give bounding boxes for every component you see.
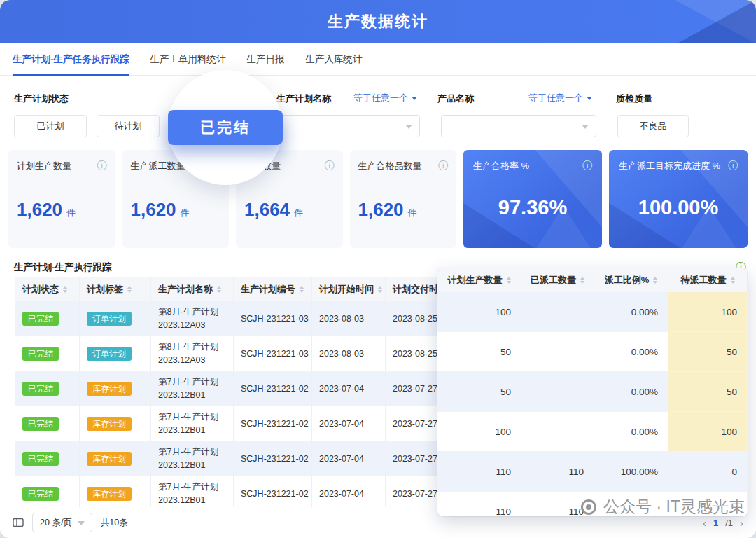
card-qualified-qty: 生产合格品数量 ⓘ 1,620件 [350,150,457,248]
pending-qty-cell: 0 [668,452,748,491]
start-date-cell: 2023-08-03 [319,349,364,359]
table-row[interactable]: 已完结 库存计划 第7月-生产计划 2023.12B01 SCJH-231221… [15,476,459,507]
watermark-text: 公众号 · IT灵感光束 [603,496,745,518]
plan-name-cell: 第8月-生产计划 2023.12A03 [158,340,233,367]
plan-name-label: 生产计划名称 [276,92,331,105]
filter-button-planned[interactable]: 已计划 [14,115,87,137]
table-row[interactable]: 110 110 100.00% 0 [438,452,748,492]
start-date-cell: 2023-07-04 [319,419,364,429]
production-plan-table: 计划状态 计划标签 生产计划名称 生产计划编号 计划开始时间 计划交付时间 已完… [15,277,459,507]
product-name-label: 产品名称 [438,92,474,105]
tab-warehouse-stats[interactable]: 生产入库统计 [306,43,363,76]
column-header-plan-tag[interactable]: 计划标签 [80,277,151,301]
dispatched-qty-cell: 110 [522,452,594,491]
sort-icon [731,277,735,284]
prev-page-icon[interactable]: ‹ [703,517,706,529]
info-icon[interactable]: ⓘ [325,160,335,172]
filter-section: 生产计划状态 生产计划名称 等于任意一个 产品名称 等于任意一个 质检质量 已计… [0,83,756,153]
filter-button-defective[interactable]: 不良品 [617,115,689,137]
table-row[interactable]: 100 0.00% 100 [438,292,748,332]
view-settings-icon[interactable] [13,517,24,528]
status-badge: 已完结 [22,417,59,431]
tab-bar: 生产计划-生产任务执行跟踪 生产工单用料统计 生产日报 生产入库统计 [0,43,756,76]
info-icon[interactable]: ⓘ [582,160,592,172]
due-date-cell: 2023-07-27 [393,384,438,394]
table-row[interactable]: 已完结 库存计划 第7月-生产计划 2023.12B01 SCJH-231221… [15,371,459,406]
column-header-plan-name[interactable]: 生产计划名称 [151,277,234,301]
product-operator-link[interactable]: 等于任意一个 [528,92,592,104]
pending-qty-cell: 50 [668,332,748,371]
plan-status-label: 生产计划状态 [14,92,69,105]
plan-name-cell: 第8月-生产计划 2023.12A03 [158,305,233,332]
table-row[interactable]: 已完结 库存计划 第7月-生产计划 2023.12B01 SCJH-231221… [15,406,459,441]
sort-icon [300,286,304,293]
card-label: 生产合格率 % [473,160,529,172]
aperture-icon [581,499,596,515]
tag-badge: 库存计划 [87,417,132,431]
tag-badge: 订单计划 [87,312,132,326]
card-unit: 件 [294,207,303,219]
page-size-select[interactable]: 20 条/页 [32,513,92,532]
card-label: 生产合格品数量 [358,160,422,172]
filter-button-finished[interactable]: 已完结 [168,110,283,145]
dispatch-ratio-cell: 0.00% [594,332,668,371]
due-date-cell: 2023-07-27 [393,419,438,429]
card-value: 1,620 [358,199,404,221]
tag-badge: 库存计划 [87,487,132,501]
table-row[interactable]: 已完结 订单计划 第8月-生产计划 2023.12A03 SCJH-231221… [15,336,459,371]
dispatch-ratio-cell: 0.00% [594,372,668,411]
dispatch-ratio-cell: 100.00% [594,452,668,491]
plan-name-cell: 第7月-生产计划 2023.12B01 [158,375,233,402]
filter-button-pending[interactable]: 待计划 [97,115,160,137]
status-badge: 已完结 [22,382,59,396]
info-icon[interactable]: ⓘ [438,160,448,172]
card-unit: 件 [66,207,76,219]
product-name-select[interactable] [441,115,596,137]
status-badge: 已完结 [22,347,59,361]
column-header-dispatch-ratio[interactable]: 派工比例% [594,268,668,292]
planned-qty-cell: 110 [438,452,522,491]
column-header-pending-qty[interactable]: 待派工数量 [668,268,748,292]
card-value: 1,664 [244,199,290,221]
plan-code-cell: SCJH-231221-02 [241,454,309,464]
status-badge: 已完结 [22,487,59,501]
info-icon[interactable]: ⓘ [97,160,107,172]
table-row[interactable]: 50 0.00% 50 [438,372,748,412]
start-date-cell: 2023-07-04 [319,384,364,394]
column-header-dispatched-qty[interactable]: 已派工数量 [522,268,594,292]
column-header-start-date[interactable]: 计划开始时间 [312,277,386,301]
next-page-icon[interactable]: › [740,517,743,529]
tag-badge: 库存计划 [87,382,132,396]
sort-icon [378,286,382,293]
column-header-plan-code[interactable]: 生产计划编号 [234,277,312,301]
plan-code-cell: SCJH-231221-02 [241,489,309,499]
dispatch-ratio-cell: 0.00% [594,412,668,451]
planned-qty-cell: 100 [438,292,522,331]
plan-name-cell: 第7月-生产计划 2023.12B01 [158,481,233,507]
table-row[interactable]: 50 0.00% 50 [438,332,748,372]
column-header-planned-qty[interactable]: 计划生产数量 [438,268,522,292]
plan-name-operator-link[interactable]: 等于任意一个 [354,92,417,104]
column-header-plan-status[interactable]: 计划状态 [15,277,80,301]
start-date-cell: 2023-07-04 [319,489,364,499]
card-label: 计划生产数量 [17,160,71,172]
pending-qty-cell: 100 [668,292,748,331]
card-unit: 件 [181,207,190,219]
sort-icon [127,286,132,293]
due-date-cell: 2023-07-27 [393,454,438,464]
table-row[interactable]: 已完结 订单计划 第8月-生产计划 2023.12A03 SCJH-231221… [15,301,459,336]
sort-icon [63,286,67,293]
tab-production-plan-tracking[interactable]: 生产计划-生产任务执行跟踪 [13,43,130,76]
card-label: 生产派工目标完成进度 % [619,160,720,172]
current-page[interactable]: 1 [713,518,718,528]
card-unit: 件 [408,207,417,219]
chevron-down-icon [405,125,412,129]
card-value: 100.00% [638,196,719,219]
table-header-row: 计划生产数量 已派工数量 派工比例% 待派工数量 [438,268,748,292]
tag-badge: 订单计划 [87,347,132,361]
table-row[interactable]: 100 0.00% 100 [438,412,748,452]
table-row[interactable]: 已完结 库存计划 第7月-生产计划 2023.12B01 SCJH-231221… [15,441,459,476]
info-icon[interactable]: ⓘ [728,160,738,172]
plan-name-select[interactable] [276,115,420,137]
card-planned-qty: 计划生产数量 ⓘ 1,620件 [8,150,115,248]
